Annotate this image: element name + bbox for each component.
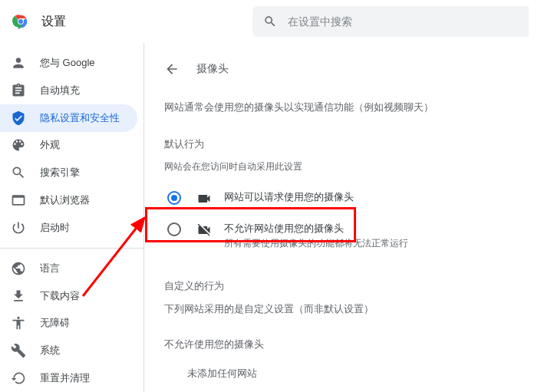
sidebar-divider [0, 248, 143, 249]
search-input[interactable] [288, 15, 518, 28]
sidebar-item-label: 外观 [40, 138, 60, 152]
breadcrumb: 摄像头 [164, 54, 541, 84]
sidebar-item-label: 隐私设置和安全性 [40, 111, 120, 125]
svg-point-2 [18, 19, 23, 24]
body: 您与 Google 自动填充 隐私设置和安全性 外观 搜索引擎 默认浏览器 启动… [0, 43, 541, 392]
build-icon [11, 343, 26, 358]
main-content: 摄像头 网站通常会使用您的摄像头以实现通信功能（例如视频聊天） 默认行为 网站会… [144, 43, 541, 392]
browser-icon [11, 193, 26, 208]
sidebar-item-label: 重置并清理 [40, 371, 90, 385]
search-icon [11, 165, 26, 180]
shield-icon [11, 110, 26, 126]
radio-label: 不允许网站使用您的摄像头 [224, 222, 408, 236]
camera-off-icon [196, 222, 212, 238]
page-title: 设置 [41, 14, 66, 30]
section-title: 摄像头 [196, 62, 229, 76]
radio-input[interactable] [167, 222, 181, 236]
sidebar-item-privacy[interactable]: 隐私设置和安全性 [0, 104, 137, 132]
sidebar: 您与 Google 自动填充 隐私设置和安全性 外观 搜索引擎 默认浏览器 启动… [0, 43, 144, 392]
clipboard-icon [11, 83, 26, 98]
default-behavior-radio-group: 网站可以请求使用您的摄像头 不允许网站使用您的摄像头 所有需要使用摄像头的功能都… [164, 183, 541, 258]
sidebar-item-languages[interactable]: 语言 [0, 255, 137, 282]
power-icon [11, 220, 26, 236]
download-icon [11, 288, 26, 304]
search-icon [263, 15, 277, 28]
section-description: 网站通常会使用您的摄像头以实现通信功能（例如视频聊天） [164, 100, 541, 116]
sidebar-item-default-browser[interactable]: 默认浏览器 [0, 186, 137, 214]
chrome-logo-icon [12, 13, 29, 30]
globe-icon [11, 261, 26, 276]
custom-behavior-sub: 下列网站采用的是自定义设置（而非默认设置） [164, 302, 541, 316]
default-behavior-heading: 默认行为 [164, 137, 541, 151]
sidebar-item-downloads[interactable]: 下载内容 [0, 282, 137, 310]
sidebar-item-autofill[interactable]: 自动填充 [0, 77, 137, 104]
accessibility-icon [11, 315, 26, 331]
sidebar-item-label: 下载内容 [40, 289, 80, 303]
palette-icon [11, 137, 26, 153]
sidebar-item-label: 搜索引擎 [40, 166, 80, 180]
sidebar-item-you-google[interactable]: 您与 Google [0, 49, 137, 77]
sidebar-item-label: 您与 Google [40, 56, 95, 70]
sidebar-item-label: 自动填充 [40, 84, 80, 97]
camera-icon [196, 191, 212, 206]
header: 设置 [0, 0, 541, 43]
radio-label: 网站可以请求使用您的摄像头 [224, 190, 354, 204]
sidebar-item-label: 系统 [40, 344, 60, 357]
sidebar-item-label: 默认浏览器 [40, 193, 90, 207]
default-behavior-sub: 网站会在您访问时自动采用此设置 [164, 160, 541, 173]
sidebar-item-reset[interactable]: 重置并清理 [0, 364, 137, 392]
radio-option-block[interactable]: 不允许网站使用您的摄像头 所有需要使用摄像头的功能都将无法正常运行 [164, 214, 541, 258]
sidebar-item-appearance[interactable]: 外观 [0, 132, 137, 160]
sidebar-item-label: 无障碍 [40, 316, 70, 330]
radio-content: 网站可以请求使用您的摄像头 [196, 190, 354, 206]
radio-input-checked[interactable] [167, 191, 181, 205]
radio-option-ask[interactable]: 网站可以请求使用您的摄像头 [164, 183, 541, 214]
sidebar-item-search-engine[interactable]: 搜索引擎 [0, 159, 137, 186]
radio-content: 不允许网站使用您的摄像头 所有需要使用摄像头的功能都将无法正常运行 [196, 222, 408, 250]
sidebar-item-on-startup[interactable]: 启动时 [0, 214, 137, 242]
block-list-heading: 不允许使用您的摄像头 [164, 338, 541, 351]
restore-icon [11, 371, 26, 386]
sidebar-item-accessibility[interactable]: 无障碍 [0, 309, 137, 337]
person-icon [11, 55, 26, 71]
sidebar-item-system[interactable]: 系统 [0, 337, 137, 364]
back-arrow-icon[interactable] [164, 61, 180, 77]
empty-list-text: 未添加任何网站 [187, 367, 541, 380]
radio-sublabel: 所有需要使用摄像头的功能都将无法正常运行 [224, 237, 408, 250]
sidebar-item-label: 语言 [40, 262, 60, 275]
search-bar[interactable] [252, 6, 529, 37]
sidebar-item-label: 启动时 [40, 221, 70, 235]
custom-behavior-heading: 自定义的行为 [164, 279, 541, 293]
